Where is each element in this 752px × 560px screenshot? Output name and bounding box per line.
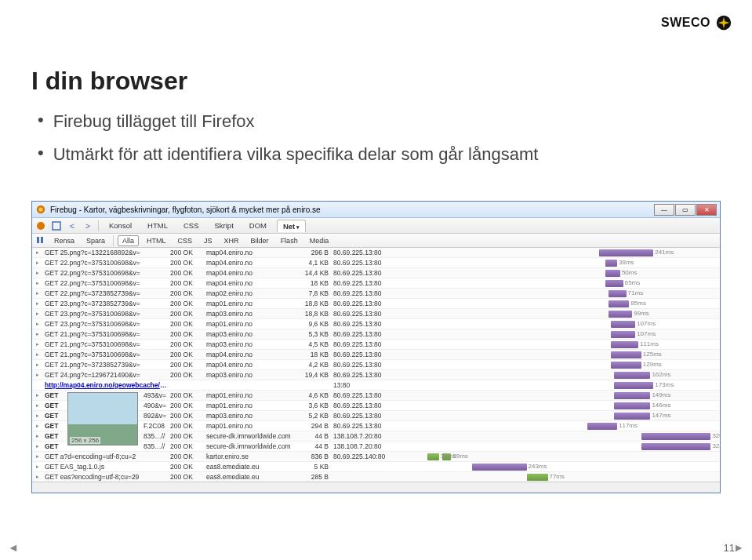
request-url[interactable]: GET — [43, 442, 67, 450]
expand-icon[interactable]: ▸ — [32, 392, 43, 398]
net-row[interactable]: ▸GET 24.png?c=1296721490&v=200 OKmap03.e… — [32, 370, 720, 380]
expand-icon[interactable]: ▸ — [32, 453, 43, 460]
net-row[interactable]: ▸GET 25.png?c=1322168892&v=200 OKmap04.e… — [32, 248, 720, 258]
request-url[interactable]: GET 21.png?c=3753100698&v= — [43, 351, 170, 358]
request-url[interactable]: GET — [43, 391, 67, 399]
request-url[interactable]: GET EAS_tag.1.0.js — [43, 463, 170, 471]
net-row[interactable]: ▸GET eas?encoding=utf-8;cu=29200 OKeas8.… — [32, 472, 720, 482]
back-icon[interactable]: < — [67, 220, 78, 231]
expand-icon[interactable]: ▸ — [32, 413, 43, 419]
firebug-menu-icon[interactable] — [35, 220, 46, 231]
inspect-icon[interactable] — [51, 220, 62, 231]
request-url[interactable]: GET 24.png?c=1296721490&v= — [43, 371, 170, 379]
expand-icon[interactable]: ▸ — [32, 311, 43, 317]
expand-icon[interactable]: ▸ — [32, 351, 43, 358]
request-url[interactable]: GET 23.png?c=3753100698&v= — [43, 310, 170, 318]
tab-script[interactable]: Skript — [209, 220, 238, 231]
forward-icon[interactable]: > — [82, 220, 93, 231]
maximize-button[interactable]: ▭ — [675, 204, 696, 216]
timing-waterfall: 77ms — [418, 473, 720, 482]
minimize-button[interactable]: — — [654, 204, 674, 216]
remote-address: 80.69.225.13:80 — [333, 269, 418, 277]
filter-flash[interactable]: Flash — [277, 236, 302, 245]
filter-xhr[interactable]: XHR — [220, 236, 243, 245]
expand-icon[interactable]: ▸ — [32, 280, 43, 286]
expand-icon[interactable]: ▸ — [32, 433, 43, 439]
expand-icon[interactable]: ▸ — [32, 331, 43, 337]
response-size: 836 B — [299, 453, 333, 460]
expand-icon[interactable]: ▸ — [32, 443, 43, 449]
net-row[interactable]: ▸GET a?d=encoding=utf-8;cu=2200 OKkartor… — [32, 452, 720, 462]
net-row[interactable]: ▸GET 21.png?c=3753100698&v=200 OKmap03.e… — [32, 329, 720, 340]
request-url[interactable]: GET 22.png?c=3723852739&v= — [43, 289, 170, 297]
expand-icon[interactable]: ▸ — [32, 249, 43, 256]
request-url[interactable]: GET 23.png?c=3753100698&v= — [43, 320, 170, 328]
request-url[interactable]: GET eas?encoding=utf-8;cu=29 — [43, 473, 170, 481]
net-row[interactable]: ▸GET 21.png?c=3753100698&v=200 OKmap04.e… — [32, 350, 720, 360]
filter-all[interactable]: Alla — [118, 235, 139, 246]
filter-images[interactable]: Bilder — [247, 236, 273, 245]
request-domain: map04.eniro.no — [206, 269, 299, 277]
company-logo: SWECO — [661, 14, 732, 31]
net-panel[interactable]: 256 x 256 ▸GET 25.png?c=1322168892&v=200… — [32, 248, 720, 482]
close-button[interactable]: ✕ — [696, 204, 717, 216]
net-row[interactable]: ▸GET 22.png?c=3753100698&v=200 OKmap04.e… — [32, 268, 720, 278]
expand-icon[interactable]: ▸ — [32, 290, 43, 296]
horizontal-scrollbar[interactable] — [32, 482, 720, 493]
request-url[interactable]: GET 21.png?c=3723852739&v= — [43, 361, 170, 369]
net-row[interactable]: ▸GET 21.png?c=3723852739&v=200 OKmap04.e… — [32, 360, 720, 370]
expand-icon[interactable]: ▸ — [32, 423, 43, 429]
net-row[interactable]: ▸GET 22.png?c=3723852739&v=200 OKmap02.e… — [32, 289, 720, 299]
tab-net[interactable]: Net — [277, 220, 306, 232]
request-url[interactable]: GET 22.png?c=3753100698&v= — [43, 279, 170, 287]
expand-icon[interactable]: ▸ — [32, 362, 43, 368]
response-size: 14,4 KB — [299, 269, 333, 277]
request-url[interactable]: GET 21.png?c=3753100698&v= — [43, 340, 170, 348]
filter-media[interactable]: Media — [306, 236, 333, 245]
net-row[interactable]: ▸GET 21.png?c=3753100698&v=200 OKmap03.e… — [32, 340, 720, 350]
next-slide-arrow[interactable]: ► — [733, 541, 744, 554]
expand-icon[interactable]: ▸ — [32, 260, 43, 266]
net-row[interactable]: http://map04.eniro.no/geowebcache/servic… — [32, 380, 720, 391]
request-domain: secure-dk.imrworldwide.com — [206, 442, 299, 450]
tab-console[interactable]: Konsol — [104, 220, 137, 231]
expand-icon[interactable]: ▸ — [32, 270, 43, 276]
save-button[interactable]: Spara — [82, 236, 109, 245]
expand-icon[interactable]: ▸ — [32, 372, 43, 378]
filter-css[interactable]: CSS — [174, 236, 197, 245]
expand-icon[interactable]: ▸ — [32, 464, 43, 470]
window-titlebar[interactable]: Firebug - Kartor, vägbeskrivningar, flyg… — [32, 202, 720, 218]
filter-js[interactable]: JS — [200, 236, 216, 245]
net-row[interactable]: ▸GET 23.png?c=3753100698&v=200 OKmap01.e… — [32, 319, 720, 329]
expand-icon[interactable]: ▸ — [32, 474, 43, 480]
net-row[interactable]: ▸GET EAS_tag.1.0.js200 OKeas8.emediate.e… — [32, 462, 720, 472]
request-url[interactable]: GET 23.png?c=3723852739&v= — [43, 300, 170, 307]
tab-html[interactable]: HTML — [142, 220, 173, 231]
net-row[interactable]: ▸GET 23.png?c=3753100698&v=200 OKmap03.e… — [32, 309, 720, 319]
request-url[interactable]: GET — [43, 422, 67, 430]
request-url[interactable]: GET 21.png?c=3753100698&v= — [43, 330, 170, 338]
request-url[interactable]: GET 22.png?c=3753100698&v= — [43, 259, 170, 267]
expand-icon[interactable]: ▸ — [32, 300, 43, 307]
filter-html[interactable]: HTML — [143, 236, 170, 245]
svg-point-3 — [37, 222, 45, 230]
request-url[interactable]: GET — [43, 432, 67, 440]
tab-css[interactable]: CSS — [178, 220, 205, 231]
expand-icon[interactable]: ▸ — [32, 321, 43, 327]
clear-button[interactable]: Rensa — [50, 236, 78, 245]
expand-icon[interactable]: ▸ — [32, 341, 43, 347]
net-row[interactable]: ▸GET 23.png?c=3723852739&v=200 OKmap01.e… — [32, 299, 720, 309]
net-row[interactable]: ▸GET 22.png?c=3753100698&v=200 OKmap04.e… — [32, 278, 720, 289]
tab-dom[interactable]: DOM — [244, 220, 272, 231]
request-url[interactable]: http://map04.eniro.no/geowebcache/servic… — [43, 381, 170, 389]
net-row[interactable]: ▸GET 22.png?c=3753100698&v=200 OKmap04.e… — [32, 258, 720, 268]
status-code: 200 OK — [170, 351, 206, 358]
request-url[interactable]: GET a?d=encoding=utf-8;cu=2 — [43, 453, 170, 460]
pause-icon[interactable] — [35, 235, 46, 246]
prev-slide-arrow[interactable]: ◄ — [8, 541, 19, 554]
request-url[interactable]: GET — [43, 412, 67, 420]
request-url[interactable]: GET 25.png?c=1322168892&v= — [43, 249, 170, 256]
expand-icon[interactable]: ▸ — [32, 402, 43, 409]
request-url[interactable]: GET — [43, 402, 67, 409]
request-url[interactable]: GET 22.png?c=3753100698&v= — [43, 269, 170, 277]
